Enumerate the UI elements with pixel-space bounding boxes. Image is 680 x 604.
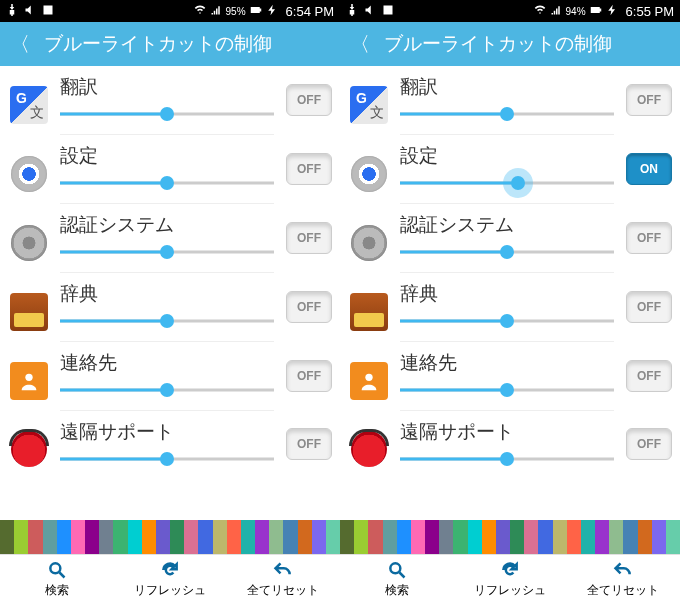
pixel-block [581, 520, 595, 554]
status-left-icons [346, 4, 394, 18]
bottom-search[interactable]: 検索 [340, 555, 453, 604]
filter-slider[interactable] [60, 175, 274, 191]
pixel-block [298, 520, 312, 554]
app-icon-dict [348, 291, 390, 333]
wifi-icon [194, 4, 206, 18]
toggle-button[interactable]: OFF [626, 222, 672, 254]
pixel-block [425, 520, 439, 554]
list-item: 認証システム OFF [340, 204, 680, 273]
slider-fill [400, 182, 518, 185]
filter-slider[interactable] [400, 244, 614, 260]
filter-slider[interactable] [400, 106, 614, 122]
slider-thumb[interactable] [500, 383, 514, 397]
app-name-label: 遠隔サポート [60, 419, 282, 445]
page-title: ブルーライトカットの制御 [384, 31, 612, 57]
back-icon[interactable]: 〈 [350, 34, 370, 54]
app-icon-remote [348, 428, 390, 470]
filter-slider[interactable] [60, 451, 274, 467]
charging-icon [606, 4, 618, 18]
toggle-button[interactable]: OFF [286, 360, 332, 392]
pixel-block [510, 520, 524, 554]
pixel-block [156, 520, 170, 554]
app-main: 設定 [60, 143, 282, 204]
filter-slider[interactable] [400, 313, 614, 329]
toggle-button[interactable]: OFF [626, 84, 672, 116]
app-icon-remote [8, 428, 50, 470]
app-main: 認証システム [60, 212, 282, 273]
toggle-button[interactable]: ON [626, 153, 672, 185]
filter-slider[interactable] [400, 382, 614, 398]
app-main: 翻訳 [400, 74, 622, 135]
pixel-block [283, 520, 297, 554]
slider-thumb[interactable] [160, 383, 174, 397]
pixel-block [567, 520, 581, 554]
pixel-block [468, 520, 482, 554]
slider-thumb[interactable] [160, 176, 174, 190]
bottom-search-label: 検索 [385, 582, 409, 599]
pixel-block [496, 520, 510, 554]
pixel-block [71, 520, 85, 554]
slider-thumb[interactable] [160, 245, 174, 259]
bottom-search[interactable]: 検索 [0, 555, 113, 604]
toggle-button[interactable]: OFF [286, 84, 332, 116]
slider-thumb[interactable] [511, 176, 525, 190]
svg-line-2 [59, 573, 64, 578]
slider-area [400, 313, 614, 342]
filter-slider[interactable] [400, 175, 614, 191]
pixel-block [142, 520, 156, 554]
filter-slider[interactable] [60, 382, 274, 398]
toggle-button[interactable]: OFF [626, 360, 672, 392]
pixel-block [128, 520, 142, 554]
app-list[interactable]: 翻訳 OFF 設定 [340, 66, 680, 520]
app-icon-dict [8, 291, 50, 333]
slider-thumb[interactable] [500, 452, 514, 466]
app-main: 連絡先 [400, 350, 622, 411]
toggle-button[interactable]: OFF [286, 153, 332, 185]
screen-0: 95% 6:54 PM 〈 ブルーライトカットの制御 翻訳 OFF [0, 0, 340, 604]
pixel-block [553, 520, 567, 554]
slider-thumb[interactable] [500, 245, 514, 259]
app-name-label: 遠隔サポート [400, 419, 622, 445]
filter-slider[interactable] [60, 106, 274, 122]
toggle-button[interactable]: OFF [626, 428, 672, 460]
list-item: 辞典 OFF [340, 273, 680, 342]
slider-thumb[interactable] [160, 107, 174, 121]
pixel-block [609, 520, 623, 554]
pixel-block [326, 520, 340, 554]
slider-thumb[interactable] [160, 314, 174, 328]
bottom-reset-all[interactable]: 全てリセット [567, 555, 680, 604]
toggle-button[interactable]: OFF [286, 222, 332, 254]
pixel-block [269, 520, 283, 554]
pixel-block [524, 520, 538, 554]
slider-area [400, 382, 614, 411]
bottom-refresh[interactable]: リフレッシュ [453, 555, 566, 604]
app-name-label: 翻訳 [60, 74, 282, 100]
slider-fill [400, 389, 507, 392]
slider-thumb[interactable] [500, 107, 514, 121]
slider-thumb[interactable] [500, 314, 514, 328]
app-list[interactable]: 翻訳 OFF 設定 [0, 66, 340, 520]
slider-thumb[interactable] [160, 452, 174, 466]
toggle-button[interactable]: OFF [626, 291, 672, 323]
refresh-icon [500, 560, 520, 580]
pixel-block [368, 520, 382, 554]
bottom-bar: 検索 リフレッシュ 全てリセット [0, 554, 340, 604]
bottom-reset-all[interactable]: 全てリセット [227, 555, 340, 604]
filter-slider[interactable] [400, 451, 614, 467]
filter-slider[interactable] [60, 244, 274, 260]
app-name-label: 辞典 [60, 281, 282, 307]
pixel-block [198, 520, 212, 554]
pixel-block [383, 520, 397, 554]
toggle-button[interactable]: OFF [286, 428, 332, 460]
pixel-block [482, 520, 496, 554]
filter-slider[interactable] [60, 313, 274, 329]
back-icon[interactable]: 〈 [10, 34, 30, 54]
app-main: 連絡先 [60, 350, 282, 411]
app-name-label: 設定 [400, 143, 622, 169]
pixel-strip [0, 520, 340, 554]
app-main: 遠隔サポート [400, 419, 622, 479]
toggle-label: OFF [297, 162, 321, 176]
toggle-button[interactable]: OFF [286, 291, 332, 323]
list-item: 翻訳 OFF [0, 66, 340, 135]
bottom-refresh[interactable]: リフレッシュ [113, 555, 226, 604]
